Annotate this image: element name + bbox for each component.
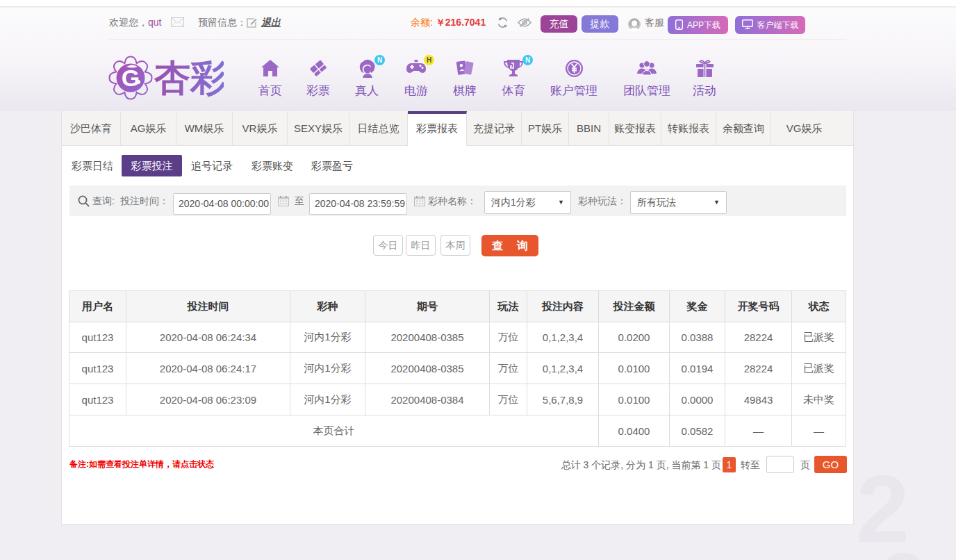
svg-text:杏彩: 杏彩 bbox=[154, 58, 224, 98]
svg-text:G: G bbox=[122, 65, 140, 91]
